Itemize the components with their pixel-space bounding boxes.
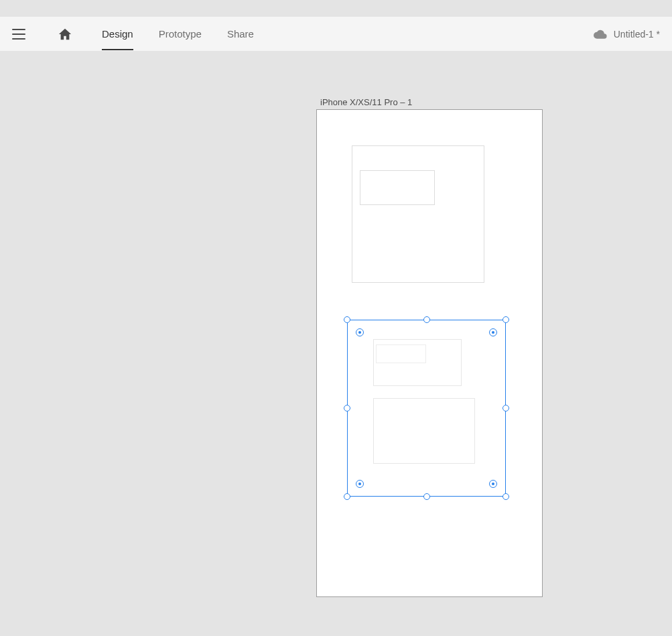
rectangle-shape[interactable] xyxy=(360,170,435,205)
hamburger-menu-icon[interactable] xyxy=(12,29,25,40)
document-status[interactable]: Untitled-1 * xyxy=(594,29,660,40)
tab-prototype[interactable]: Prototype xyxy=(159,19,202,50)
artboard-label[interactable]: iPhone X/XS/11 Pro – 1 xyxy=(320,97,412,107)
topbar: Design Prototype Share Untitled-1 * xyxy=(0,17,672,52)
rectangle-shape[interactable] xyxy=(352,145,484,283)
rectangle-shape[interactable] xyxy=(373,398,475,464)
tab-share[interactable]: Share xyxy=(227,19,254,50)
document-title: Untitled-1 * xyxy=(614,29,660,40)
cloud-icon xyxy=(594,29,607,39)
titlebar xyxy=(0,0,672,17)
rectangle-shape[interactable] xyxy=(376,344,426,363)
tab-design[interactable]: Design xyxy=(102,19,133,50)
home-icon[interactable] xyxy=(58,27,72,41)
canvas[interactable]: iPhone X/XS/11 Pro – 1 xyxy=(0,52,672,636)
mode-tabs: Design Prototype Share xyxy=(102,19,254,50)
artboard[interactable] xyxy=(316,109,543,597)
